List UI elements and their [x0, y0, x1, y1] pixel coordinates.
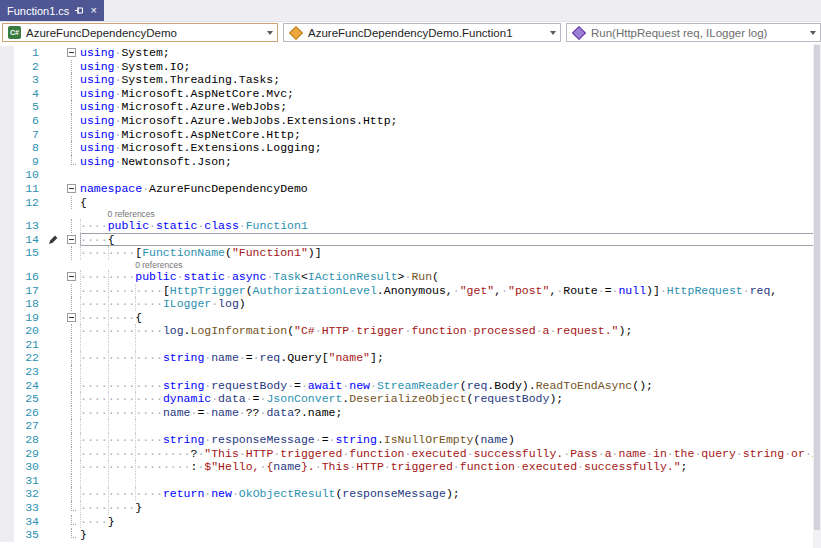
code-line[interactable]: ············dynamic·data·=·JsonConvert.D… — [80, 392, 821, 406]
code-line[interactable]: using·System.Threading.Tasks; — [80, 73, 821, 87]
line-number[interactable]: 15 — [14, 246, 44, 260]
code-line[interactable]: using·Newtonsoft.Json; — [80, 155, 821, 169]
codelens-references-link[interactable]: 0 references — [108, 209, 155, 219]
line-number[interactable]: 2 — [14, 60, 44, 74]
code-line[interactable] — [80, 365, 821, 379]
line-number[interactable]: 24 — [14, 379, 44, 393]
line-number[interactable]: 3 — [14, 73, 44, 87]
code-line[interactable]: using·System.IO; — [80, 60, 821, 74]
vs-editor-window: Function1.cs × C# AzureFuncDependencyDem… — [0, 0, 821, 548]
outlining-margin — [64, 460, 80, 474]
code-line[interactable] — [80, 474, 821, 488]
vertical-scrollbar[interactable] — [813, 43, 821, 548]
code-line[interactable]: ····{ — [80, 233, 821, 247]
indent-guide — [135, 474, 136, 488]
code-line[interactable]: ········[FunctionName("Function1")] — [80, 246, 821, 260]
code-line[interactable] — [80, 338, 821, 352]
code-line[interactable]: ····public·static·class·Function1 — [80, 219, 821, 233]
member-dropdown[interactable]: Run(HttpRequest req, ILogger log) — [566, 23, 821, 42]
indent-guide — [80, 284, 81, 298]
code-line[interactable]: using·Microsoft.Extensions.Logging; — [80, 141, 821, 155]
code-line[interactable] — [80, 419, 821, 433]
code-line[interactable]: ········} — [80, 501, 821, 515]
fold-toggle-icon[interactable] — [67, 235, 76, 244]
line-number[interactable]: 25 — [14, 392, 44, 406]
line-number[interactable]: 8 — [14, 141, 44, 155]
indent-guide — [108, 392, 109, 406]
line-number[interactable]: 6 — [14, 114, 44, 128]
line-number[interactable]: 20 — [14, 324, 44, 338]
line-number[interactable]: 33 — [14, 501, 44, 515]
line-number[interactable]: 14 — [14, 233, 44, 247]
line-number[interactable]: 17 — [14, 284, 44, 298]
code-line[interactable]: ············return·new·OkObjectResult(re… — [80, 487, 821, 501]
code-row: 9using·Newtonsoft.Json; — [0, 155, 821, 169]
code-line[interactable]: using·Microsoft.Azure.WebJobs; — [80, 100, 821, 114]
code-line[interactable]: using·Microsoft.Azure.WebJobs.Extensions… — [80, 114, 821, 128]
scrollbar-thumb[interactable] — [814, 45, 820, 530]
code-line[interactable] — [80, 168, 821, 182]
chevron-down-icon[interactable] — [805, 24, 820, 41]
code-line[interactable]: using·Microsoft.AspNetCore.Http; — [80, 128, 821, 142]
line-number[interactable]: 18 — [14, 297, 44, 311]
line-number[interactable]: 1 — [14, 46, 44, 60]
line-number[interactable]: 34 — [14, 515, 44, 529]
line-number[interactable]: 28 — [14, 433, 44, 447]
code-line[interactable]: ············log.LogInformation("C#·HTTP·… — [80, 324, 821, 338]
line-number[interactable]: 7 — [14, 128, 44, 142]
line-number[interactable]: 23 — [14, 365, 44, 379]
chevron-down-icon[interactable] — [545, 24, 560, 41]
code-line[interactable]: ············string·requestBody·=·await·n… — [80, 379, 821, 393]
line-number[interactable]: 10 — [14, 168, 44, 182]
code-line[interactable]: using·Microsoft.AspNetCore.Mvc; — [80, 87, 821, 101]
fold-toggle-icon[interactable] — [67, 313, 76, 322]
fold-toggle-icon[interactable] — [67, 48, 76, 57]
codelens-references-link[interactable]: 0 references — [135, 260, 182, 270]
fold-toggle-icon[interactable] — [67, 272, 76, 281]
type-dropdown[interactable]: AzureFuncDependencyDemo.Function1 — [283, 23, 561, 42]
code-line[interactable]: ············string·name·=·req.Query["nam… — [80, 351, 821, 365]
line-number[interactable]: 30 — [14, 460, 44, 474]
line-number[interactable]: 29 — [14, 447, 44, 461]
line-number[interactable]: 9 — [14, 155, 44, 169]
line-number[interactable]: 27 — [14, 419, 44, 433]
chevron-down-icon[interactable] — [262, 24, 277, 41]
line-number[interactable]: 13 — [14, 219, 44, 233]
code-row: 17············[HttpTrigger(Authorization… — [0, 284, 821, 298]
pin-icon[interactable] — [74, 5, 85, 16]
line-number[interactable]: 32 — [14, 487, 44, 501]
code-line[interactable]: ················:·$"Hello,·{name}.·This·… — [80, 460, 821, 474]
line-number[interactable]: 31 — [14, 474, 44, 488]
line-number[interactable]: 26 — [14, 406, 44, 420]
tab-function1cs[interactable]: Function1.cs × — [0, 0, 104, 21]
fold-toggle-icon[interactable] — [67, 184, 76, 193]
line-number[interactable]: 35 — [14, 528, 44, 542]
code-line[interactable]: ············name·=·name·??·data?.name; — [80, 406, 821, 420]
close-icon[interactable]: × — [90, 5, 96, 16]
line-number[interactable]: 11 — [14, 182, 44, 196]
code-line[interactable]: namespace·AzureFuncDependencyDemo — [80, 182, 821, 196]
code-line[interactable]: ················?·"This·HTTP·triggered·f… — [80, 447, 821, 461]
code-editor[interactable]: 1using·System;2using·System.IO;3using·Sy… — [0, 43, 821, 548]
code-row: 4using·Microsoft.AspNetCore.Mvc; — [0, 87, 821, 101]
code-line[interactable]: { — [80, 196, 821, 210]
code-line[interactable]: } — [80, 528, 821, 542]
code-line[interactable]: ············ILogger·log) — [80, 297, 821, 311]
indent-guide — [80, 219, 81, 233]
line-number[interactable]: 21 — [14, 338, 44, 352]
line-number[interactable]: 22 — [14, 351, 44, 365]
line-number[interactable]: 4 — [14, 87, 44, 101]
code-line[interactable]: ············string·responseMessage·=·str… — [80, 433, 821, 447]
code-line[interactable]: using·System; — [80, 46, 821, 60]
line-number[interactable]: 12 — [14, 196, 44, 210]
code-line[interactable]: ············[HttpTrigger(AuthorizationLe… — [80, 284, 821, 298]
code-line[interactable]: ········{ — [80, 311, 821, 325]
project-dropdown[interactable]: C# AzureFuncDependencyDemo — [2, 23, 278, 42]
outlining-margin — [64, 515, 80, 529]
line-number[interactable]: 16 — [14, 270, 44, 284]
code-line[interactable]: ····} — [80, 515, 821, 529]
indent-guide — [80, 233, 81, 247]
code-line[interactable]: ········public·static·async·Task<IAction… — [80, 270, 821, 284]
line-number[interactable]: 5 — [14, 100, 44, 114]
line-number[interactable]: 19 — [14, 311, 44, 325]
